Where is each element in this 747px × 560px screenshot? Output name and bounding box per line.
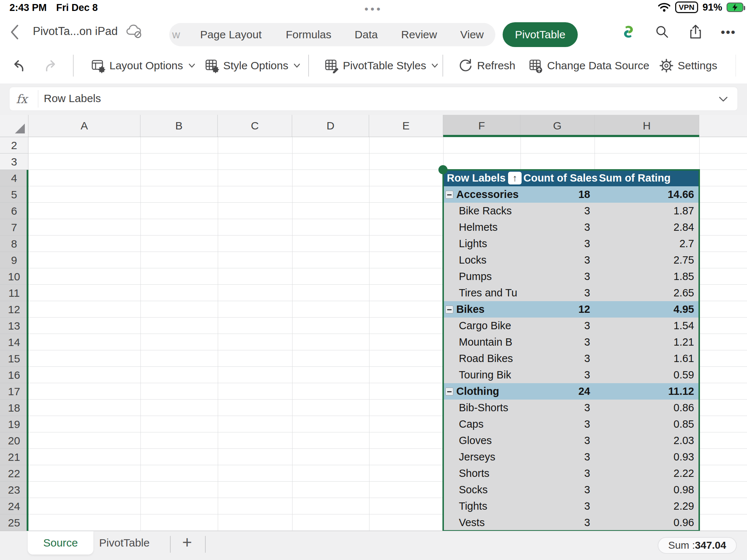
formula-expand-chevron-icon[interactable] [719, 96, 728, 102]
column-header-E[interactable]: E [369, 115, 443, 137]
undo-button[interactable] [10, 47, 26, 83]
pivot-count-cell[interactable]: 18 [520, 186, 595, 203]
refresh-button[interactable]: Refresh [458, 47, 515, 83]
pivot-header-row[interactable]: Row Labels ↑ Count of Sales Sum of Ratin… [443, 170, 699, 186]
ribbon-tab-review[interactable]: Review [401, 23, 437, 46]
pivot-rating-cell[interactable]: 4.95 [595, 301, 699, 318]
pivot-item-row-mountain-b[interactable]: Mountain B31.21 [443, 334, 699, 350]
pivot-count-cell[interactable]: 3 [520, 432, 595, 449]
pivot-item-row-helmets[interactable]: Helmets32.84 [443, 219, 699, 236]
pivot-count-cell[interactable]: 3 [520, 236, 595, 252]
pivot-item-row-tires-and-tu[interactable]: Tires and Tu32.65 [443, 285, 699, 301]
tab-pivottable-contextual[interactable]: PivotTable [503, 22, 578, 47]
pivot-rating-cell[interactable]: 1.54 [595, 318, 699, 334]
pivot-item-row-locks[interactable]: Locks32.75 [443, 252, 699, 268]
row-header-24[interactable]: 24 [0, 498, 28, 514]
pivot-rating-cell[interactable]: 0.98 [595, 482, 699, 498]
sheet-tab-pivottable[interactable]: PivotTable [93, 531, 155, 555]
pivot-rating-cell[interactable]: 1.61 [595, 350, 699, 367]
pivot-count-cell[interactable]: 3 [520, 465, 595, 482]
collapse-minus-icon[interactable] [445, 306, 453, 314]
column-header-C[interactable]: C [218, 115, 292, 137]
style-options-button[interactable]: Style Options [204, 47, 301, 83]
share-icon[interactable] [688, 24, 704, 40]
row-header-13[interactable]: 13 [0, 318, 28, 334]
pivot-count-cell[interactable]: 3 [520, 219, 595, 236]
pivot-item-row-socks[interactable]: Socks30.98 [443, 482, 699, 498]
pivot-rating-cell[interactable]: 0.59 [595, 367, 699, 383]
row-header-25[interactable]: 25 [0, 514, 28, 531]
cloud-offline-icon[interactable] [125, 23, 143, 39]
selection-handle-dot[interactable] [438, 165, 448, 174]
pivot-item-row-shorts[interactable]: Shorts32.22 [443, 465, 699, 482]
pivot-count-cell[interactable]: 3 [520, 449, 595, 465]
pivot-table[interactable]: Row Labels ↑ Count of Sales Sum of Ratin… [443, 170, 699, 531]
pivot-item-row-jerseys[interactable]: Jerseys30.93 [443, 449, 699, 465]
ribbon-tab-formulas[interactable]: Formulas [286, 23, 331, 46]
layout-options-button[interactable]: Layout Options [90, 47, 196, 83]
pivot-group-row-clothing[interactable]: Clothing2411.12 [443, 383, 699, 400]
pivot-item-row-road-bikes[interactable]: Road Bikes31.61 [443, 350, 699, 367]
column-header-F[interactable]: F [443, 115, 520, 137]
change-data-source-button[interactable]: Change Data Source [528, 47, 649, 83]
pivot-count-cell[interactable]: 3 [520, 416, 595, 432]
pivot-count-cell[interactable]: 3 [520, 498, 595, 514]
pivot-group-row-bikes[interactable]: Bikes124.95 [443, 301, 699, 318]
pivot-rating-cell[interactable]: 2.65 [595, 285, 699, 301]
copilot-icon[interactable] [621, 24, 637, 40]
back-chevron-icon[interactable] [9, 24, 22, 40]
collapse-minus-icon[interactable] [445, 191, 453, 199]
pivot-rating-cell[interactable]: 2.29 [595, 498, 699, 514]
search-icon[interactable] [654, 24, 670, 40]
pivot-rating-cell[interactable]: 0.86 [595, 400, 699, 416]
pivot-count-cell[interactable]: 3 [520, 400, 595, 416]
pivot-group-row-accessories[interactable]: Accessories1814.66 [443, 186, 699, 203]
pivot-count-cell[interactable]: 3 [520, 285, 595, 301]
pivottable-styles-button[interactable]: PivotTable Styles [324, 47, 438, 83]
pivot-count-cell[interactable]: 3 [520, 318, 595, 334]
more-ellipsis-icon[interactable]: ••• [721, 24, 737, 40]
ribbon-tab-view[interactable]: View [460, 23, 484, 46]
row-header-20[interactable]: 20 [0, 432, 28, 449]
pivot-item-row-cargo-bike[interactable]: Cargo Bike31.54 [443, 318, 699, 334]
row-header-4[interactable]: 4 [0, 170, 28, 186]
pivot-count-cell[interactable]: 3 [520, 514, 595, 531]
pivot-rating-cell[interactable]: 2.7 [595, 236, 699, 252]
row-header-6[interactable]: 6 [0, 203, 28, 219]
row-header-14[interactable]: 14 [0, 334, 28, 350]
ribbon-tab-w[interactable]: w [172, 23, 180, 46]
pivot-count-cell[interactable]: 3 [520, 482, 595, 498]
pivot-count-cell[interactable]: 3 [520, 252, 595, 268]
pivot-count-cell[interactable]: 3 [520, 367, 595, 383]
pivot-count-cell[interactable]: 12 [520, 301, 595, 318]
column-header-H[interactable]: H [595, 115, 699, 137]
pivot-rating-cell[interactable]: 1.87 [595, 203, 699, 219]
row-header-8[interactable]: 8 [0, 236, 28, 252]
pivot-item-row-bike-racks[interactable]: Bike Racks31.87 [443, 203, 699, 219]
pivot-rating-cell[interactable]: 2.84 [595, 219, 699, 236]
pivot-item-row-caps[interactable]: Caps30.85 [443, 416, 699, 432]
row-header-18[interactable]: 18 [0, 400, 28, 416]
row-header-11[interactable]: 11 [0, 285, 28, 301]
row-header-19[interactable]: 19 [0, 416, 28, 432]
settings-button[interactable]: Settings [659, 47, 717, 83]
pivot-count-cell[interactable]: 3 [520, 203, 595, 219]
pivot-item-row-gloves[interactable]: Gloves32.03 [443, 432, 699, 449]
pivot-count-cell[interactable]: 3 [520, 268, 595, 285]
pivot-rating-cell[interactable]: 2.22 [595, 465, 699, 482]
row-header-3[interactable]: 3 [0, 153, 28, 170]
pivot-item-row-bib-shorts[interactable]: Bib-Shorts30.86 [443, 400, 699, 416]
pivot-item-row-touring-bik[interactable]: Touring Bik30.59 [443, 367, 699, 383]
pivot-item-row-vests[interactable]: Vests30.96 [443, 514, 699, 531]
ribbon-tab-page-layout[interactable]: Page Layout [200, 23, 262, 46]
pivot-item-row-tights[interactable]: Tights32.29 [443, 498, 699, 514]
add-sheet-button[interactable]: + [177, 531, 197, 555]
multitasking-dots-icon[interactable]: ••• [364, 3, 383, 15]
pivot-item-row-lights[interactable]: Lights32.7 [443, 236, 699, 252]
pivot-rating-cell[interactable]: 11.12 [595, 383, 699, 400]
pivot-rating-cell[interactable]: 2.75 [595, 252, 699, 268]
row-header-7[interactable]: 7 [0, 219, 28, 236]
row-header-15[interactable]: 15 [0, 350, 28, 367]
pivot-rating-cell[interactable]: 0.96 [595, 514, 699, 531]
pivot-count-cell[interactable]: 3 [520, 350, 595, 367]
